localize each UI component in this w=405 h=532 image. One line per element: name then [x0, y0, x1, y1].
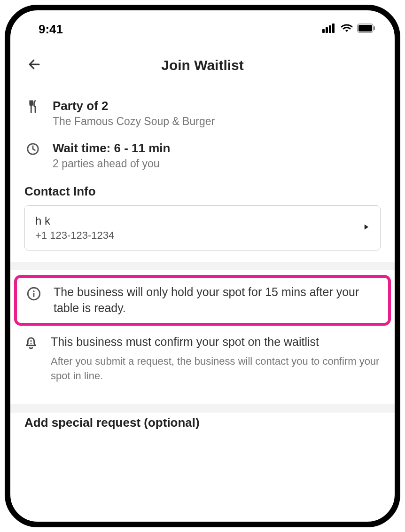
svg-rect-0 — [322, 29, 325, 33]
info-icon — [26, 286, 41, 303]
hold-spot-notice: The business will only hold your spot fo… — [54, 284, 380, 316]
phone-frame: 9:41 — [5, 5, 400, 527]
restaurant-icon — [26, 100, 40, 116]
svg-rect-3 — [332, 23, 335, 33]
party-title: Party of 2 — [53, 99, 215, 113]
status-bar: 9:41 — [10, 10, 395, 43]
svg-point-12 — [31, 343, 32, 344]
confirm-notice-title: This business must confirm your spot on … — [51, 334, 381, 350]
chevron-right-icon — [363, 224, 370, 232]
wait-queue-subtitle: 2 parties ahead of you — [53, 157, 170, 170]
status-time: 9:41 — [29, 22, 63, 37]
contact-name: h k — [35, 214, 114, 227]
confirm-notice-row: This business must confirm your spot on … — [23, 329, 381, 388]
party-info-row: Party of 2 The Famous Cozy Soup & Burger — [24, 92, 381, 134]
nav-header: Join Waitlist — [10, 43, 395, 83]
svg-rect-10 — [33, 293, 35, 297]
restaurant-name: The Famous Cozy Soup & Burger — [53, 115, 215, 128]
back-button[interactable] — [24, 55, 44, 76]
svg-rect-1 — [326, 27, 328, 33]
special-request-label: Add special request (optional) — [24, 415, 381, 430]
status-icons — [322, 23, 376, 35]
page-title: Join Waitlist — [161, 57, 244, 73]
svg-rect-11 — [31, 340, 31, 342]
contact-phone: +1 123-123-1234 — [35, 229, 114, 242]
wait-time-title: Wait time: 6 - 11 min — [53, 141, 170, 156]
svg-rect-2 — [329, 25, 331, 33]
confirm-notice-subtitle: After you submit a request, the business… — [51, 354, 381, 383]
svg-rect-5 — [358, 25, 372, 31]
battery-icon — [357, 23, 376, 35]
wait-time-row: Wait time: 6 - 11 min 2 parties ahead of… — [24, 134, 381, 177]
bell-alert-icon — [23, 336, 39, 353]
contact-info-card[interactable]: h k +1 123-123-1234 — [24, 205, 381, 250]
section-separator — [10, 262, 395, 270]
cellular-signal-icon — [322, 23, 336, 35]
svg-point-9 — [33, 290, 34, 292]
section-separator — [10, 404, 395, 413]
hold-spot-highlight: The business will only hold your spot fo… — [14, 275, 391, 326]
contact-info-label: Contact Info — [24, 184, 381, 199]
wifi-icon — [340, 23, 353, 35]
clock-icon — [26, 142, 40, 158]
arrow-left-icon — [27, 57, 41, 71]
svg-rect-6 — [374, 26, 375, 30]
